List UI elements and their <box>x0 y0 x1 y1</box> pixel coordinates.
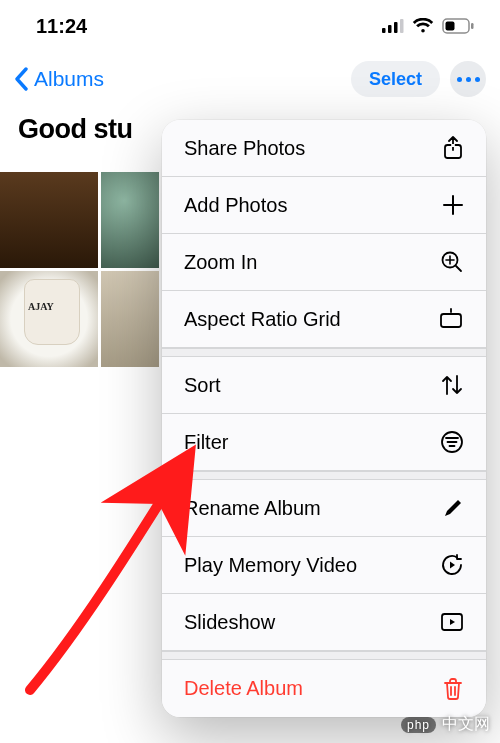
back-label: Albums <box>34 67 104 91</box>
status-bar: 11:24 <box>0 0 500 52</box>
svg-rect-1 <box>388 25 392 33</box>
svg-rect-0 <box>382 28 386 33</box>
trash-icon <box>442 677 464 701</box>
share-icon <box>442 136 464 160</box>
watermark-badge: php <box>401 717 436 733</box>
watermark-text: 中文网 <box>442 714 490 735</box>
svg-rect-5 <box>446 22 455 31</box>
menu-label: Filter <box>184 431 440 454</box>
more-button[interactable] <box>450 61 486 97</box>
select-button[interactable]: Select <box>351 61 440 97</box>
nav-bar: Albums Select <box>0 52 500 106</box>
photo-thumbnail[interactable] <box>0 172 98 268</box>
chevron-left-icon <box>14 67 30 91</box>
menu-label: Slideshow <box>184 611 440 634</box>
menu-zoom-in[interactable]: Zoom In <box>162 234 486 291</box>
menu-divider <box>162 471 486 480</box>
magnify-plus-icon <box>440 250 464 274</box>
menu-label: Play Memory Video <box>184 554 440 577</box>
svg-rect-6 <box>471 23 474 29</box>
photo-cup-label: AJAY <box>28 301 54 312</box>
plus-icon <box>442 194 464 216</box>
menu-slideshow[interactable]: Slideshow <box>162 594 486 651</box>
menu-divider <box>162 348 486 357</box>
pencil-icon <box>442 497 464 519</box>
watermark: php 中文网 <box>401 714 490 735</box>
menu-delete-album[interactable]: Delete Album <box>162 660 486 717</box>
more-icon <box>457 77 480 82</box>
photo-thumbnail[interactable]: AJAY <box>0 271 98 367</box>
menu-label: Rename Album <box>184 497 442 520</box>
svg-rect-10 <box>441 314 461 327</box>
status-time: 11:24 <box>36 15 87 38</box>
svg-rect-8 <box>451 144 455 147</box>
status-icons <box>382 18 474 34</box>
nav-right: Select <box>351 61 486 97</box>
photo-thumbnail[interactable] <box>101 172 159 268</box>
menu-aspect-ratio-grid[interactable]: Aspect Ratio Grid <box>162 291 486 348</box>
menu-label: Share Photos <box>184 137 442 160</box>
menu-label: Zoom In <box>184 251 440 274</box>
sort-icon <box>440 374 464 396</box>
menu-rename-album[interactable]: Rename Album <box>162 480 486 537</box>
back-button[interactable]: Albums <box>14 67 104 91</box>
menu-label: Delete Album <box>184 677 442 700</box>
photo-thumbnail[interactable] <box>101 271 159 367</box>
svg-rect-2 <box>394 22 398 33</box>
menu-play-memory-video[interactable]: Play Memory Video <box>162 537 486 594</box>
menu-filter[interactable]: Filter <box>162 414 486 471</box>
menu-label: Add Photos <box>184 194 442 217</box>
context-menu: Share Photos Add Photos Zoom In Aspect R… <box>162 120 486 717</box>
filter-icon <box>440 430 464 454</box>
wifi-icon <box>412 18 434 34</box>
menu-add-photos[interactable]: Add Photos <box>162 177 486 234</box>
memory-play-icon <box>440 553 464 577</box>
aspect-ratio-icon <box>438 308 464 330</box>
menu-sort[interactable]: Sort <box>162 357 486 414</box>
menu-label: Sort <box>184 374 440 397</box>
menu-label: Aspect Ratio Grid <box>184 308 438 331</box>
menu-divider <box>162 651 486 660</box>
svg-rect-3 <box>400 19 404 33</box>
select-label: Select <box>369 69 422 90</box>
screen: 11:24 Albums Select Good stu <box>0 0 500 743</box>
battery-icon <box>442 18 474 34</box>
menu-share-photos[interactable]: Share Photos <box>162 120 486 177</box>
slideshow-icon <box>440 612 464 632</box>
cellular-icon <box>382 19 404 33</box>
